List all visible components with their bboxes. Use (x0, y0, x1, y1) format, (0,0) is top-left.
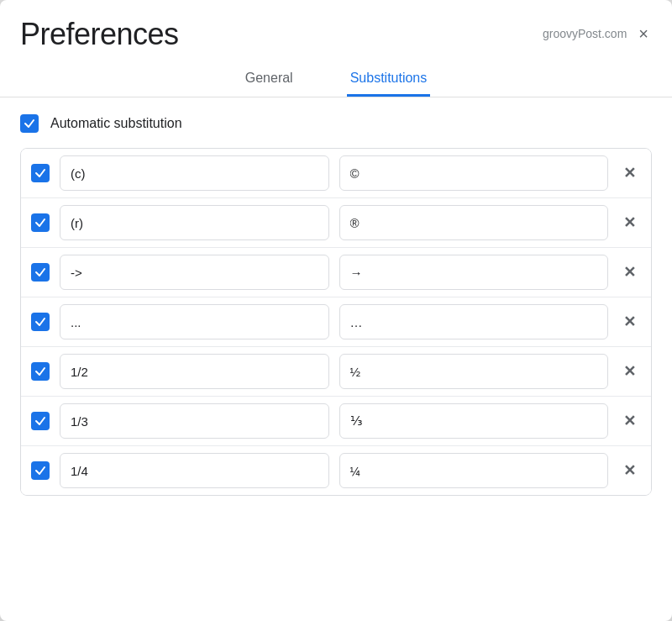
from-input[interactable] (60, 304, 329, 339)
to-input[interactable] (339, 403, 609, 439)
to-input[interactable] (339, 453, 609, 488)
delete-button[interactable]: ✕ (618, 360, 641, 382)
table-row: ✕ (21, 397, 651, 446)
preferences-dialog: Preferences groovyPost.com × General Sub… (0, 0, 672, 621)
table-row: ✕ (21, 198, 651, 248)
table-row: ✕ (21, 297, 651, 347)
from-input[interactable] (60, 205, 329, 240)
row-checkbox[interactable] (31, 213, 50, 232)
row-checkbox[interactable] (31, 362, 50, 381)
row-checkbox[interactable] (31, 263, 50, 282)
table-row: ✕ (21, 347, 651, 397)
row-checkbox[interactable] (31, 164, 50, 182)
from-input[interactable] (60, 403, 329, 439)
tab-bar: General Substitutions (0, 61, 672, 97)
auto-substitution-label: Automatic substitution (50, 116, 182, 131)
to-input[interactable] (339, 255, 609, 290)
checkmark-icon (34, 217, 46, 229)
checkmark-icon (34, 366, 46, 377)
row-checkbox[interactable] (31, 313, 50, 331)
delete-button[interactable]: ✕ (618, 261, 641, 283)
to-input[interactable] (339, 304, 609, 339)
checkmark-icon (34, 465, 46, 476)
delete-button[interactable]: ✕ (618, 460, 641, 482)
from-input[interactable] (60, 354, 329, 389)
table-row: ✕ (21, 248, 651, 297)
auto-substitution-row: Automatic substitution (20, 114, 652, 133)
checkmark-icon (34, 415, 46, 427)
to-input[interactable] (339, 354, 609, 389)
tab-content: Automatic substitution ✕ (0, 114, 672, 516)
delete-button[interactable]: ✕ (618, 311, 641, 333)
to-input[interactable] (339, 205, 609, 240)
checkmark-icon (24, 118, 35, 129)
checkmark-icon (34, 316, 46, 328)
substitutions-table: ✕ ✕ (20, 148, 652, 496)
row-checkbox[interactable] (31, 412, 50, 430)
from-input[interactable] (60, 453, 329, 488)
tab-general[interactable]: General (242, 61, 297, 97)
delete-button[interactable]: ✕ (618, 410, 641, 432)
from-input[interactable] (60, 155, 329, 191)
table-row: ✕ (21, 446, 651, 495)
delete-button[interactable]: ✕ (618, 212, 641, 234)
table-scroll-area[interactable]: ✕ ✕ (21, 149, 651, 495)
from-input[interactable] (60, 255, 329, 290)
table-row: ✕ (21, 149, 651, 198)
watermark: groovyPost.com (543, 27, 627, 40)
page-title: Preferences (20, 17, 179, 52)
to-input[interactable] (339, 155, 609, 191)
checkmark-icon (34, 266, 46, 278)
close-button[interactable]: × (635, 24, 652, 44)
row-checkbox[interactable] (31, 461, 50, 480)
header-right: groovyPost.com × (543, 17, 652, 44)
checkmark-icon (34, 167, 46, 179)
tab-substitutions[interactable]: Substitutions (347, 61, 431, 97)
dialog-header: Preferences groovyPost.com × (0, 0, 672, 61)
auto-substitution-checkbox[interactable] (20, 114, 39, 133)
delete-button[interactable]: ✕ (618, 162, 641, 184)
